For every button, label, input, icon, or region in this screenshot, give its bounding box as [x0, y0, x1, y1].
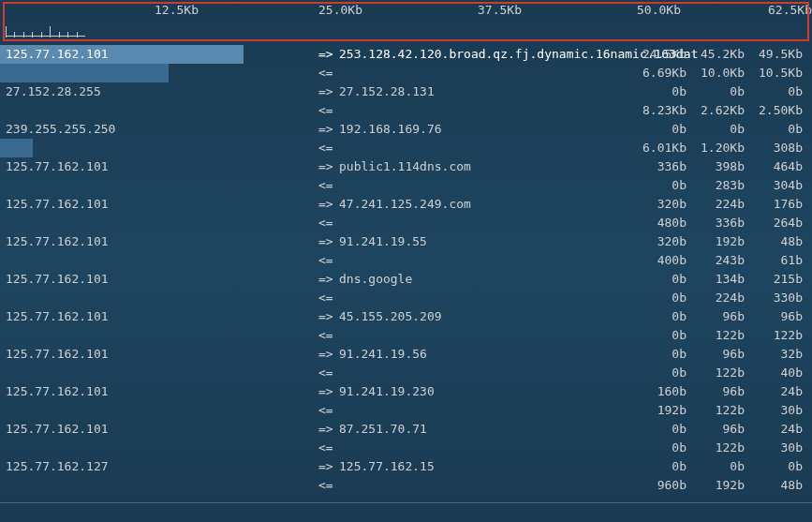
- connection-row[interactable]: <=192b122b30b: [0, 401, 812, 420]
- direction-arrow: =>: [318, 420, 333, 439]
- connection-row[interactable]: <=960b192b48b: [0, 476, 812, 495]
- divider: [0, 502, 812, 503]
- connection-row[interactable]: <=400b243b61b: [0, 251, 812, 270]
- rate-col-3: 122b: [745, 326, 803, 345]
- rate-col-1: 480b: [628, 214, 687, 232]
- rate-col-1: 0b: [628, 326, 687, 345]
- direction-arrow: =>: [318, 45, 333, 64]
- source-host: 27.152.28.255: [6, 82, 101, 101]
- direction-arrow: <=: [318, 176, 333, 195]
- scale-label: 50.0Kb: [637, 3, 681, 17]
- connection-row[interactable]: <=6.69Kb10.0Kb10.5Kb: [0, 64, 812, 82]
- destination-host: 91.241.19.56: [339, 345, 427, 364]
- rate-col-3: 24b: [745, 420, 803, 439]
- source-host: 125.77.162.101: [6, 307, 109, 326]
- destination-host: 87.251.70.71: [339, 420, 427, 439]
- destination-host: public1.114dns.com: [339, 157, 471, 176]
- connection-row[interactable]: 27.152.28.255=>27.152.28.1310b0b0b: [0, 82, 812, 101]
- rate-col-1: 0b: [628, 307, 687, 326]
- bandwidth-scale: 12.5Kb25.0Kb37.5Kb50.0Kb62.5Kb: [0, 0, 812, 21]
- connection-row[interactable]: <=0b224b330b: [0, 289, 812, 307]
- rate-col-1: 24.5Kb: [628, 45, 687, 64]
- direction-arrow: =>: [318, 345, 333, 364]
- rate-col-1: 6.01Kb: [628, 139, 687, 157]
- connection-row[interactable]: 125.77.162.101=>91.241.19.230160b96b24b: [0, 382, 812, 401]
- source-host: 239.255.255.250: [6, 120, 115, 139]
- rate-col-3: 0b: [745, 457, 803, 476]
- rate-col-1: 192b: [628, 401, 687, 420]
- connection-row[interactable]: 125.77.162.101=>91.241.19.55320b192b48b: [0, 232, 812, 251]
- rate-col-3: 48b: [745, 476, 803, 495]
- connection-row[interactable]: 125.77.162.101=>dns.google0b134b215b: [0, 270, 812, 289]
- connection-row[interactable]: 125.77.162.101=>47.241.125.249.com320b22…: [0, 195, 812, 214]
- rate-col-2: 134b: [687, 270, 745, 289]
- rate-col-3: 215b: [745, 270, 803, 289]
- rate-col-1: 0b: [628, 420, 687, 439]
- rate-col-2: 96b: [687, 382, 745, 401]
- rate-col-2: 398b: [687, 157, 745, 176]
- rate-col-3: 96b: [745, 307, 803, 326]
- rate-col-3: 464b: [745, 157, 803, 176]
- rate-col-1: 0b: [628, 270, 687, 289]
- rate-col-3: 176b: [745, 195, 803, 214]
- rate-col-2: 10.0Kb: [687, 64, 745, 82]
- connection-row[interactable]: <=8.23Kb2.62Kb2.50Kb: [0, 101, 812, 120]
- connection-row[interactable]: 125.77.162.127=>125.77.162.150b0b0b: [0, 457, 812, 476]
- connection-row[interactable]: 125.77.162.101=>253.128.42.120.broad.qz.…: [0, 45, 812, 64]
- connection-row[interactable]: 125.77.162.101=>public1.114dns.com336b39…: [0, 157, 812, 176]
- rate-col-3: 2.50Kb: [745, 101, 803, 120]
- connection-row[interactable]: <=480b336b264b: [0, 214, 812, 232]
- rate-col-2: 96b: [687, 345, 745, 364]
- source-host: 125.77.162.127: [6, 457, 109, 476]
- direction-arrow: <=: [318, 64, 333, 82]
- rate-col-1: 0b: [628, 176, 687, 195]
- source-host: 125.77.162.101: [6, 345, 109, 364]
- scale-label: 25.0Kb: [318, 3, 362, 17]
- rate-col-3: 30b: [745, 401, 803, 420]
- rate-col-3: 308b: [745, 139, 803, 157]
- rate-col-1: 0b: [628, 345, 687, 364]
- rate-col-2: 283b: [687, 176, 745, 195]
- destination-host: dns.google: [339, 270, 412, 289]
- rate-col-1: 320b: [628, 232, 687, 251]
- destination-host: 125.77.162.15: [339, 457, 435, 476]
- rate-col-1: 0b: [628, 457, 687, 476]
- bandwidth-bar: [0, 64, 169, 82]
- connection-row[interactable]: 239.255.255.250=>192.168.169.760b0b0b: [0, 120, 812, 139]
- rate-col-2: 243b: [687, 251, 745, 270]
- connection-row[interactable]: 125.77.162.101=>45.155.205.2090b96b96b: [0, 307, 812, 326]
- direction-arrow: =>: [318, 270, 333, 289]
- rate-col-1: 0b: [628, 82, 687, 101]
- rate-col-3: 30b: [745, 439, 803, 457]
- rate-col-1: 0b: [628, 120, 687, 139]
- connection-row[interactable]: <=0b283b304b: [0, 176, 812, 195]
- rate-col-2: 0b: [687, 82, 745, 101]
- rate-col-2: 224b: [687, 195, 745, 214]
- connection-row[interactable]: <=6.01Kb1.20Kb308b: [0, 139, 812, 157]
- direction-arrow: <=: [318, 476, 333, 495]
- source-host: 125.77.162.101: [6, 157, 109, 176]
- connection-row[interactable]: 125.77.162.101=>91.241.19.560b96b32b: [0, 345, 812, 364]
- direction-arrow: <=: [318, 101, 333, 120]
- destination-host: 192.168.169.76: [339, 120, 442, 139]
- rate-col-3: 40b: [745, 364, 803, 382]
- rate-col-2: 122b: [687, 326, 745, 345]
- scale-label: 12.5Kb: [155, 3, 199, 17]
- direction-arrow: =>: [318, 307, 333, 326]
- destination-host: 27.152.28.131: [339, 82, 435, 101]
- rate-col-3: 61b: [745, 251, 803, 270]
- connection-row[interactable]: <=0b122b40b: [0, 364, 812, 382]
- rate-col-2: 122b: [687, 364, 745, 382]
- scale-baseline: [6, 36, 85, 37]
- direction-arrow: <=: [318, 214, 333, 232]
- connection-row[interactable]: <=0b122b122b: [0, 326, 812, 345]
- direction-arrow: <=: [318, 364, 333, 382]
- connection-row[interactable]: <=0b122b30b: [0, 439, 812, 457]
- rate-col-1: 0b: [628, 439, 687, 457]
- connection-row[interactable]: 125.77.162.101=>87.251.70.710b96b24b: [0, 420, 812, 439]
- direction-arrow: =>: [318, 120, 333, 139]
- scale-label: 37.5Kb: [478, 3, 522, 17]
- rate-col-1: 0b: [628, 289, 687, 307]
- rate-col-2: 45.2Kb: [687, 45, 745, 64]
- direction-arrow: <=: [318, 251, 333, 270]
